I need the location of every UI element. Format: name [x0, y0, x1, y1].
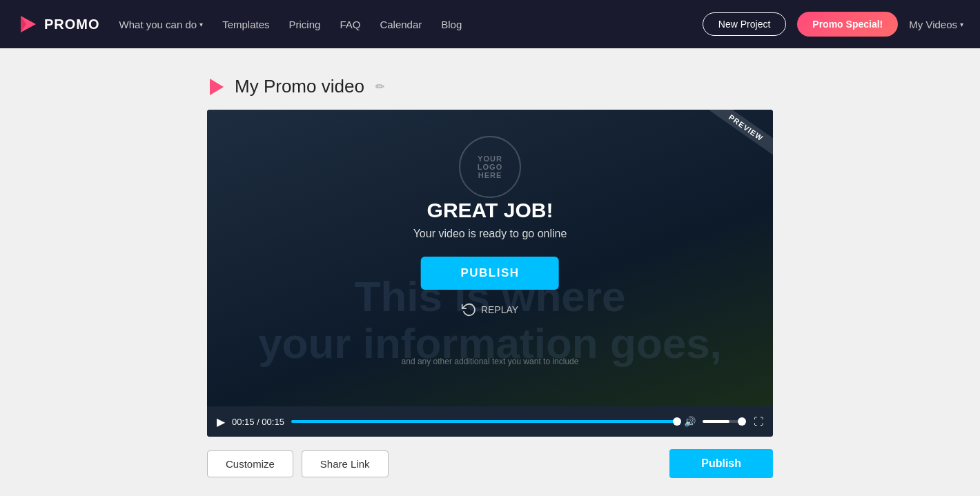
new-project-button[interactable]: New Project: [703, 12, 786, 36]
nav-link-pricing[interactable]: Pricing: [289, 19, 321, 30]
volume-bar[interactable]: [703, 420, 744, 423]
progress-bar[interactable]: [291, 420, 677, 423]
video-container: PREVIEW YOUR LOGO HERE This is where you…: [207, 110, 773, 437]
promo-play-icon: [207, 77, 226, 97]
video-controls: ▶ 00:15 / 00:15 🔊 ⛶: [207, 406, 773, 437]
project-header: My Promo video ✏: [207, 76, 773, 97]
nav-link-blog[interactable]: Blog: [441, 19, 462, 30]
nav-link-templates[interactable]: Templates: [222, 19, 269, 30]
volume-icon[interactable]: 🔊: [684, 416, 696, 427]
play-button[interactable]: ▶: [217, 415, 225, 428]
progress-fill: [291, 420, 677, 423]
replay-button[interactable]: REPLAY: [413, 302, 567, 317]
publish-overlay-button[interactable]: PUBLISH: [421, 257, 559, 290]
nav-link-calendar[interactable]: Calendar: [380, 19, 422, 30]
svg-marker-2: [210, 79, 224, 95]
fullscreen-button[interactable]: ⛶: [754, 416, 763, 427]
overlay-title: GREAT JOB!: [413, 199, 567, 222]
logo-icon: [17, 13, 39, 35]
logo-placeholder: YOUR LOGO HERE: [459, 136, 521, 198]
completion-overlay: GREAT JOB! Your video is ready to go onl…: [413, 199, 567, 317]
nav-actions: New Project Promo Special! My Videos: [703, 12, 963, 37]
nav-links: What you can do Templates Pricing FAQ Ca…: [119, 19, 703, 30]
preview-watermark: PREVIEW: [710, 110, 773, 156]
bottom-small-text: and any other additional text you want t…: [402, 357, 579, 366]
replay-label: REPLAY: [481, 304, 518, 315]
my-videos-button[interactable]: My Videos: [909, 19, 963, 30]
video-area: PREVIEW YOUR LOGO HERE This is where you…: [207, 110, 773, 406]
edit-title-icon[interactable]: ✏: [375, 80, 384, 93]
progress-thumb: [673, 417, 681, 426]
nav-link-what-you-can-do[interactable]: What you can do: [119, 19, 204, 30]
project-title: My Promo video: [235, 76, 364, 97]
logo-text: PROMO: [44, 17, 100, 32]
promo-special-button[interactable]: Promo Special!: [797, 12, 898, 37]
overlay-subtitle: Your video is ready to go online: [413, 228, 567, 240]
volume-thumb: [738, 417, 746, 426]
navigation: PROMO What you can do Templates Pricing …: [0, 0, 980, 48]
time-display: 00:15 / 00:15: [232, 417, 284, 427]
replay-icon: [462, 302, 477, 317]
main-content: My Promo video ✏ PREVIEW YOUR LOGO HERE …: [0, 48, 980, 496]
nav-link-faq[interactable]: FAQ: [340, 19, 360, 30]
customize-button[interactable]: Customize: [207, 450, 293, 477]
share-link-button[interactable]: Share Link: [302, 450, 389, 477]
logo-link[interactable]: PROMO: [17, 13, 100, 35]
volume-fill: [703, 420, 729, 423]
publish-main-button[interactable]: Publish: [669, 449, 773, 478]
bottom-actions: Customize Share Link Publish: [207, 449, 773, 478]
